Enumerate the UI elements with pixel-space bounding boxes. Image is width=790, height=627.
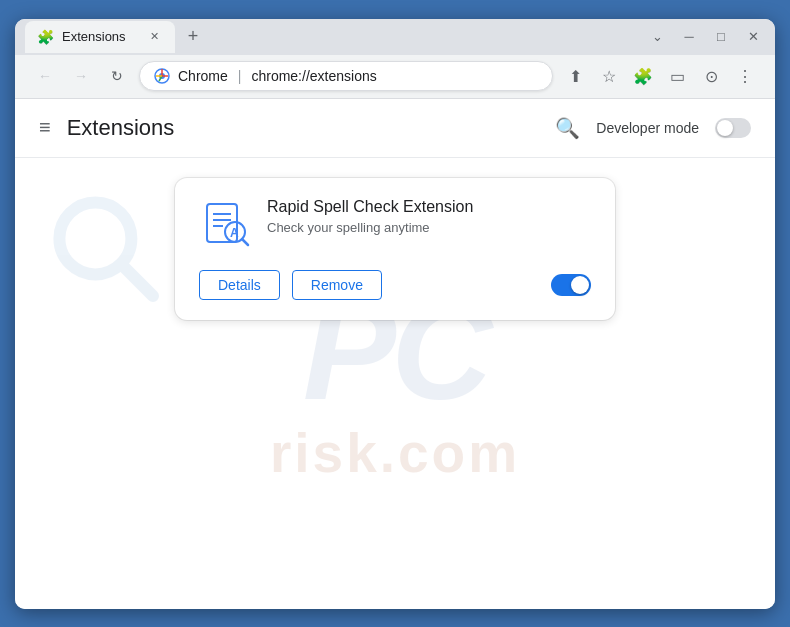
search-button[interactable]: 🔍: [555, 116, 580, 140]
active-tab[interactable]: 🧩 Extensions ✕: [25, 21, 175, 53]
browser-window: 🧩 Extensions ✕ + ⌄ ─ □ ✕ ←: [15, 19, 775, 609]
extension-toggle-knob: [571, 276, 589, 294]
url-bar[interactable]: Chrome | chrome://extensions: [139, 61, 553, 91]
toolbar-icons: ⬆ ☆ 🧩 ▭ ⊙ ⋮: [561, 62, 759, 90]
extension-description: Check your spelling anytime: [267, 220, 591, 235]
extensions-icon[interactable]: 🧩: [629, 62, 657, 90]
chrome-logo-icon: [154, 68, 170, 84]
url-path: chrome://extensions: [251, 68, 376, 84]
url-separator: |: [238, 68, 242, 84]
reload-button[interactable]: ↻: [103, 62, 131, 90]
back-button[interactable]: ←: [31, 62, 59, 90]
window-controls: ⌄ ─ □ ✕: [645, 25, 765, 49]
extension-top: A Rapid Spell Check Extension Check your…: [199, 198, 591, 250]
sidebar-menu-icon[interactable]: ≡: [39, 116, 51, 139]
sidebar-icon[interactable]: ▭: [663, 62, 691, 90]
svg-point-2: [59, 202, 131, 274]
tab-close-button[interactable]: ✕: [145, 28, 163, 46]
share-icon[interactable]: ⬆: [561, 62, 589, 90]
url-domain: Chrome: [178, 68, 228, 84]
page-header: ≡ Extensions 🔍 Developer mode: [15, 99, 775, 158]
magnifier-watermark-icon: [45, 188, 165, 308]
tab-extension-icon: 🧩: [37, 29, 54, 45]
title-bar: 🧩 Extensions ✕ + ⌄ ─ □ ✕: [15, 19, 775, 55]
extension-card: A Rapid Spell Check Extension Check your…: [175, 178, 615, 320]
details-button[interactable]: Details: [199, 270, 280, 300]
new-tab-button[interactable]: +: [179, 23, 207, 51]
tab-label: Extensions: [62, 29, 126, 44]
maximize-button[interactable]: □: [709, 25, 733, 49]
extension-name: Rapid Spell Check Extension: [267, 198, 591, 216]
extension-logo-icon: A: [199, 198, 251, 250]
menu-icon[interactable]: ⋮: [731, 62, 759, 90]
profile-icon[interactable]: ⊙: [697, 62, 725, 90]
chevron-icon[interactable]: ⌄: [645, 25, 669, 49]
watermark-risk-text: risk.com: [270, 421, 520, 485]
forward-button[interactable]: →: [67, 62, 95, 90]
extension-info: Rapid Spell Check Extension Check your s…: [267, 198, 591, 235]
svg-line-10: [242, 239, 248, 245]
svg-line-3: [122, 264, 153, 295]
bookmark-icon[interactable]: ☆: [595, 62, 623, 90]
remove-button[interactable]: Remove: [292, 270, 382, 300]
developer-mode-toggle[interactable]: [715, 118, 751, 138]
main-area: PC risk.com A Rapid Spell: [15, 158, 775, 609]
page-content: ≡ Extensions 🔍 Developer mode PC risk.c: [15, 99, 775, 609]
page-title-area: ≡ Extensions: [39, 115, 174, 141]
page-title: Extensions: [67, 115, 175, 141]
svg-text:A: A: [230, 226, 239, 240]
extension-actions: Details Remove: [199, 270, 591, 300]
close-button[interactable]: ✕: [741, 25, 765, 49]
header-right: 🔍 Developer mode: [555, 116, 751, 140]
toggle-knob: [717, 120, 733, 136]
action-buttons: Details Remove: [199, 270, 382, 300]
extension-enabled-toggle[interactable]: [551, 274, 591, 296]
minimize-button[interactable]: ─: [677, 25, 701, 49]
address-bar: ← → ↻ Chrome | chrome://extensions ⬆ ☆ 🧩…: [15, 55, 775, 99]
developer-mode-label: Developer mode: [596, 120, 699, 136]
